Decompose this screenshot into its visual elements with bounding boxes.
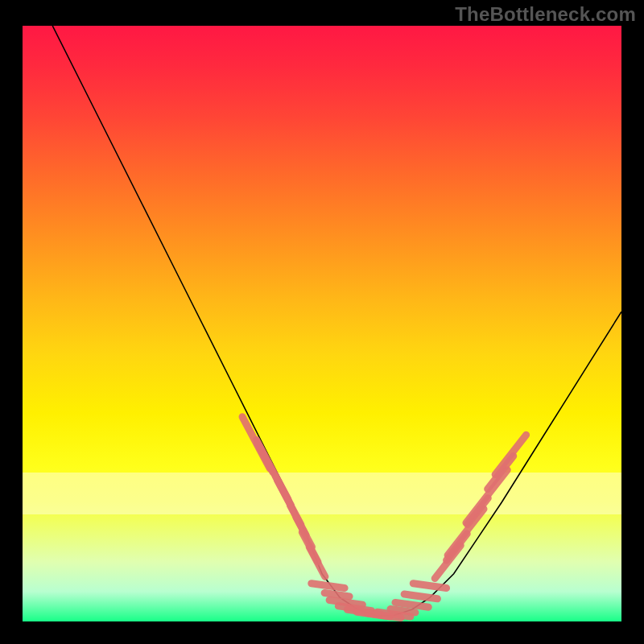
gradient-panel xyxy=(23,26,621,621)
bottleneck-curve xyxy=(52,26,621,616)
brand-watermark: TheBottleneck.com xyxy=(455,3,636,26)
tick-segment xyxy=(466,470,507,523)
tick-segment xyxy=(312,584,345,588)
tick-group-left xyxy=(242,417,325,577)
tick-segment xyxy=(309,547,325,577)
tick-group-bottom xyxy=(312,584,447,618)
tick-segment xyxy=(324,593,349,597)
tick-segment xyxy=(395,602,428,607)
tick-segment xyxy=(404,594,437,599)
curve-overlay xyxy=(23,26,621,621)
tick-segment xyxy=(413,584,446,588)
chart-stage: TheBottleneck.com xyxy=(0,0,644,644)
tick-group-right xyxy=(435,435,526,578)
tick-segment xyxy=(390,609,415,613)
